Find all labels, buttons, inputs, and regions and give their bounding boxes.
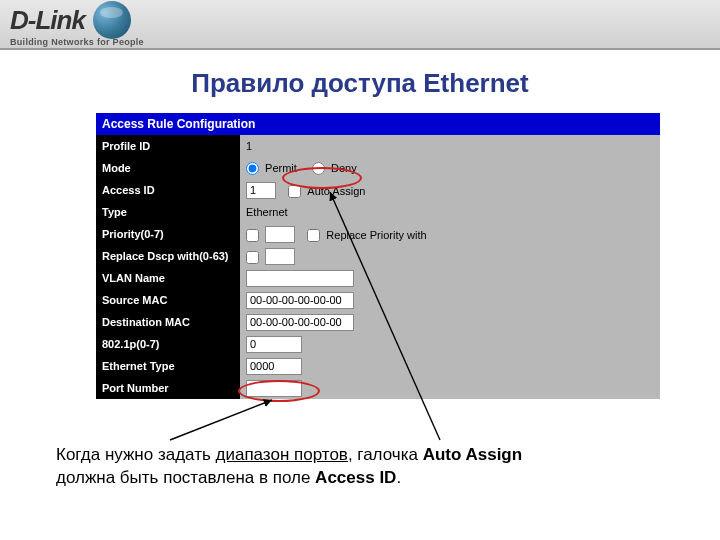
access-id-label: Access ID: [96, 179, 240, 201]
svg-line-0: [170, 400, 272, 440]
vlan-input[interactable]: [246, 270, 354, 287]
profile-id-value: 1: [240, 135, 660, 157]
caption-port-range: диапазон портов: [216, 445, 348, 464]
replace-priority-checkbox[interactable]: [307, 229, 320, 242]
vlan-label: VLAN Name: [96, 267, 240, 289]
config-table: Access Rule Configuration Profile ID 1 M…: [96, 113, 660, 399]
dscp-label: Replace Dscp with(0-63): [96, 245, 240, 267]
dot1p-input[interactable]: [246, 336, 302, 353]
src-mac-label: Source MAC: [96, 289, 240, 311]
priority-enable-checkbox[interactable]: [246, 229, 259, 242]
caption-access-id: Access ID: [315, 468, 396, 487]
eth-type-input[interactable]: [246, 358, 302, 375]
caption-part1: Когда нужно задать: [56, 445, 216, 464]
mode-deny-text: Deny: [331, 162, 357, 174]
caption-text: Когда нужно задать диапазон портов, гало…: [56, 444, 522, 490]
caption-part4: .: [396, 468, 401, 487]
page-title: Правило доступа Ethernet: [0, 68, 720, 99]
port-num-input[interactable]: [246, 380, 302, 397]
brand-tagline: Building Networks for People: [10, 37, 144, 47]
type-value: Ethernet: [240, 201, 660, 223]
port-num-label: Port Number: [96, 377, 240, 399]
priority-label: Priority(0-7): [96, 223, 240, 245]
profile-id-label: Profile ID: [96, 135, 240, 157]
caption-part2: , галочка: [348, 445, 423, 464]
panel-heading: Access Rule Configuration: [96, 113, 660, 135]
mode-permit-radio[interactable]: [246, 162, 259, 175]
dscp-input[interactable]: [265, 248, 295, 265]
src-mac-input[interactable]: [246, 292, 354, 309]
replace-priority-text: Replace Priority with: [326, 229, 426, 241]
auto-assign-text: Auto Assign: [307, 185, 365, 197]
brand-logo: D-Link Building Networks for People: [10, 1, 144, 47]
dst-mac-input[interactable]: [246, 314, 354, 331]
app-header: D-Link Building Networks for People: [0, 0, 720, 50]
eth-type-label: Ethernet Type: [96, 355, 240, 377]
priority-input[interactable]: [265, 226, 295, 243]
mode-deny-radio[interactable]: [312, 162, 325, 175]
dot1p-label: 802.1p(0-7): [96, 333, 240, 355]
caption-auto-assign: Auto Assign: [423, 445, 522, 464]
dst-mac-label: Destination MAC: [96, 311, 240, 333]
type-label: Type: [96, 201, 240, 223]
mode-permit-text: Permit: [265, 162, 297, 174]
auto-assign-checkbox[interactable]: [288, 185, 301, 198]
brand-text: D-Link: [10, 5, 85, 36]
dscp-enable-checkbox[interactable]: [246, 251, 259, 264]
mode-label: Mode: [96, 157, 240, 179]
access-id-input[interactable]: [246, 182, 276, 199]
caption-part3: должна быть поставлена в поле: [56, 468, 315, 487]
globe-icon: [93, 1, 131, 39]
